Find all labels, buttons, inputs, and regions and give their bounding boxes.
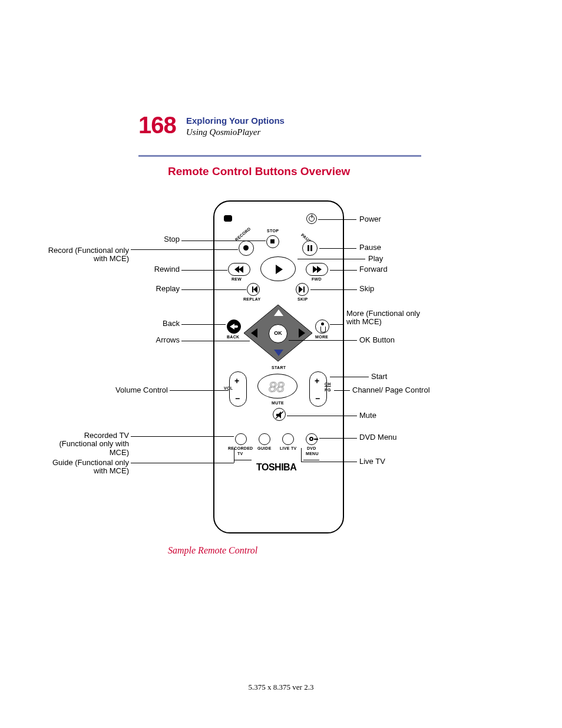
section-title: Using QosmioPlayer	[186, 127, 260, 137]
callout-back: Back	[97, 319, 180, 328]
page-number: 168	[138, 112, 176, 139]
callout-play: Play	[368, 255, 451, 263]
figure-caption: Sample Remote Control	[168, 545, 257, 556]
callout-more: More (Functional only with MCE)	[346, 309, 429, 327]
vol-minus-icon: −	[235, 394, 240, 403]
start-btn-lbl: START	[272, 365, 286, 370]
back-button	[227, 319, 241, 334]
callout-volume: Volume Control	[85, 386, 168, 394]
callout-stop: Stop	[97, 235, 180, 243]
ok-button: OK	[269, 324, 287, 343]
callout-mute: Mute	[359, 411, 442, 420]
callout-replay: Replay	[97, 285, 180, 293]
livetv-btn-lbl: LIVE TV	[280, 446, 297, 450]
live-tv-button	[282, 433, 294, 445]
vol-btn-lbl: VOL	[224, 386, 233, 390]
callout-channel: Channel/ Page Control	[352, 386, 435, 394]
replay-btn-lbl: REPLAY	[243, 297, 261, 301]
stop-btn-lbl: STOP	[267, 229, 279, 233]
callout-live-tv: Live TV	[359, 457, 442, 466]
callout-power: Power	[359, 215, 442, 223]
back-btn-lbl: BACK	[227, 335, 239, 339]
ch-minus-icon: −	[315, 394, 320, 403]
ok-btn-lbl: OK	[269, 330, 287, 336]
svg-text:88: 88	[269, 379, 285, 395]
callout-pause: Pause	[359, 243, 442, 252]
guide-btn-lbl: GUIDE	[257, 446, 272, 450]
callout-ok: OK Button	[359, 336, 442, 344]
pause-button	[302, 241, 318, 256]
power-button	[306, 213, 317, 224]
callout-recorded-tv: Recorded TV (Functional only with MCE)	[47, 431, 129, 457]
mute-button	[273, 408, 286, 421]
page-footer: 5.375 x 8.375 ver 2.3	[0, 683, 562, 692]
manual-page: 168 Exploring Your Options Using QosmioP…	[0, 0, 562, 728]
sub-heading: Remote Control Buttons Overview	[168, 165, 350, 178]
pg-btn-lbl: PG	[325, 388, 331, 392]
start-display: 88	[257, 374, 297, 398]
callout-skip: Skip	[359, 285, 442, 293]
fwd-btn-lbl: FWD	[312, 277, 322, 281]
skip-button	[296, 283, 309, 296]
ch-plus-icon: +	[315, 376, 319, 386]
more-button	[315, 319, 329, 334]
recorded-tv-lbl2: TV	[237, 452, 243, 456]
play-button	[260, 256, 296, 281]
forward-button	[306, 263, 328, 276]
ir-window	[224, 215, 232, 222]
rew-btn-lbl: REW	[232, 277, 242, 281]
remote-diagram: STOP RECORD PAUSE REW FWD	[127, 189, 433, 536]
callout-forward: Forward	[359, 265, 442, 274]
dvd-lbl1: DVD	[307, 446, 316, 450]
callout-start: Start	[371, 373, 454, 381]
skip-btn-lbl: SKIP	[297, 297, 308, 301]
recorded-tv-lbl1: RECORDED	[228, 446, 253, 450]
recorded-tv-button	[235, 433, 247, 445]
callout-dvd-menu: DVD Menu	[359, 433, 442, 442]
more-btn-lbl: MORE	[315, 335, 328, 339]
replay-button	[247, 283, 260, 296]
vol-plus-icon: +	[234, 376, 239, 386]
guide-button	[259, 433, 270, 445]
record-button	[239, 241, 254, 256]
mute-btn-lbl: MUTE	[272, 401, 284, 405]
header-rule	[138, 155, 421, 157]
dvd-menu-button	[306, 433, 318, 445]
callout-rewind: Rewind	[97, 265, 180, 274]
chapter-title: Exploring Your Options	[186, 116, 285, 126]
brand-label: TOSHIBA	[256, 462, 296, 473]
nav-diamond-group: OK	[243, 304, 313, 363]
dvd-lbl2: MENU	[306, 452, 319, 456]
rewind-button	[228, 263, 250, 276]
callout-arrows: Arrows	[97, 336, 180, 344]
callout-guide: Guide (Functional only with MCE)	[47, 459, 129, 476]
ch-btn-lbl: CH	[325, 382, 331, 386]
stop-button	[266, 235, 279, 248]
callout-record: Record (Functional only with MCE)	[47, 246, 129, 263]
